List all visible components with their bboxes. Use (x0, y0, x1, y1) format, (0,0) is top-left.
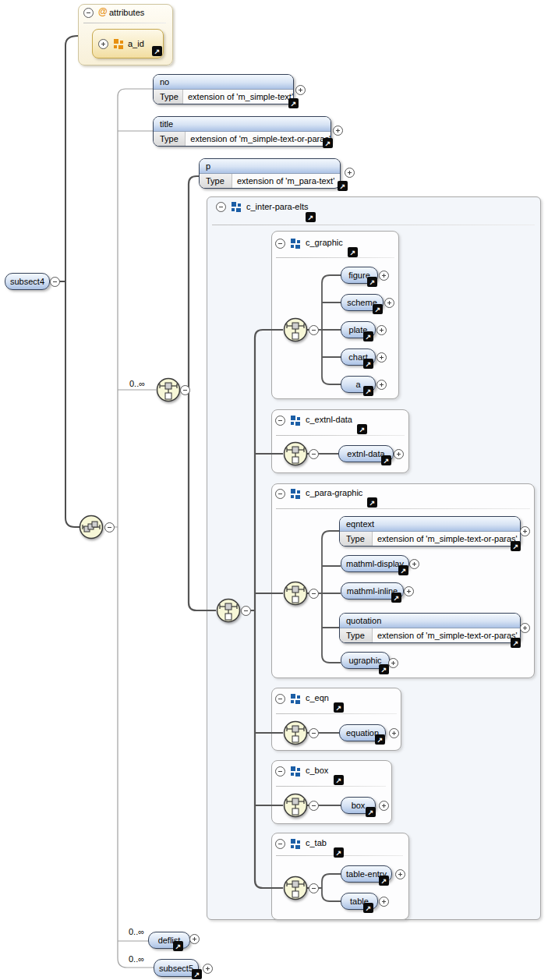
collapse-toggle[interactable] (241, 606, 251, 616)
link-reference-icon[interactable] (379, 876, 389, 886)
expand-toggle[interactable] (379, 271, 389, 281)
collapse-toggle[interactable] (275, 766, 285, 777)
expand-toggle[interactable] (520, 526, 530, 536)
link-reference-icon[interactable] (288, 98, 299, 108)
collapse-toggle[interactable] (309, 728, 319, 738)
collapse-toggle[interactable] (275, 416, 285, 426)
type-key: Type (340, 532, 373, 546)
link-reference-icon[interactable] (363, 903, 373, 913)
type-key: Type (154, 90, 183, 104)
link-reference-icon[interactable] (334, 847, 344, 858)
link-reference-icon[interactable] (334, 702, 344, 713)
link-reference-icon[interactable] (398, 565, 408, 575)
type-value: extension of 'm_simple-text-or-paras' (186, 132, 331, 146)
expand-toggle[interactable] (379, 801, 389, 811)
type-value: extension of 'm_simple-text-or-paras' (373, 628, 518, 642)
expand-toggle[interactable] (520, 623, 530, 633)
choice-compositor-icon (282, 440, 309, 467)
expand-toggle[interactable] (376, 325, 387, 335)
link-reference-icon[interactable] (192, 969, 202, 979)
expand-toggle[interactable] (189, 934, 200, 944)
group-icon (291, 488, 301, 499)
collapse-toggle[interactable] (50, 277, 60, 287)
choice-compositor-icon (155, 377, 182, 403)
group-label: c_extnl-data (306, 415, 352, 425)
attribute-icon (114, 38, 124, 49)
link-reference-icon[interactable] (363, 359, 373, 369)
group-icon (232, 201, 242, 212)
collapse-toggle[interactable] (309, 325, 319, 335)
expand-toggle[interactable] (379, 897, 389, 907)
expand-toggle[interactable] (384, 298, 394, 308)
element-quotation[interactable]: quotation Type extension of 'm_simple-te… (339, 613, 521, 643)
choice-compositor-icon (282, 792, 309, 819)
group-label: c_tab (306, 838, 327, 848)
type-key: Type (340, 628, 373, 642)
link-reference-icon[interactable] (511, 541, 521, 551)
link-reference-icon[interactable] (323, 138, 333, 148)
link-reference-icon[interactable] (375, 734, 385, 745)
link-reference-icon[interactable] (338, 181, 348, 191)
group-label: c_para-graphic (306, 488, 362, 498)
expand-toggle[interactable] (295, 85, 306, 95)
type-value: extension of 'm_para-text' (232, 174, 334, 188)
expand-toggle[interactable] (376, 352, 387, 363)
link-reference-icon[interactable] (367, 497, 377, 508)
group-label: c_eqn (306, 693, 329, 703)
link-reference-icon[interactable] (511, 638, 521, 648)
collapse-toggle[interactable] (275, 239, 285, 249)
expand-toggle[interactable] (389, 728, 399, 738)
collapse-toggle[interactable] (309, 883, 319, 893)
link-reference-icon[interactable] (373, 304, 383, 314)
link-reference-icon[interactable] (379, 664, 389, 674)
collapse-toggle[interactable] (309, 589, 319, 599)
expand-toggle[interactable] (395, 869, 405, 879)
expand-toggle[interactable] (376, 380, 387, 390)
element-eqntext[interactable]: eqntext Type extension of 'm_simple-text… (339, 516, 521, 547)
choice-compositor-icon (282, 720, 309, 746)
expand-toggle[interactable] (394, 449, 404, 459)
expand-toggle[interactable] (388, 658, 398, 668)
collapse-toggle[interactable] (275, 839, 285, 849)
collapse-toggle[interactable] (275, 489, 285, 499)
link-reference-icon[interactable] (348, 247, 358, 257)
element-name: no (154, 75, 293, 90)
group-label: c_graphic (306, 238, 343, 248)
link-reference-icon[interactable] (152, 46, 162, 56)
collapse-toggle[interactable] (104, 522, 115, 532)
attributes-panel-title: attributes (109, 8, 144, 18)
expand-toggle[interactable] (409, 559, 419, 569)
link-reference-icon[interactable] (357, 424, 367, 434)
element-deflist[interactable]: deflist (148, 932, 190, 949)
collapse-toggle[interactable] (275, 694, 285, 704)
element-p[interactable]: p Type extension of 'm_para-text' (199, 158, 341, 189)
choice-compositor-icon (282, 317, 309, 343)
collapse-toggle[interactable] (83, 8, 94, 18)
link-reference-icon[interactable] (173, 941, 183, 951)
choice-compositor-icon (215, 597, 242, 624)
link-reference-icon[interactable] (363, 331, 373, 341)
link-reference-icon[interactable] (334, 775, 344, 785)
group-label: c_box (306, 766, 328, 776)
link-reference-icon[interactable] (381, 455, 391, 465)
expand-toggle[interactable] (98, 39, 108, 49)
collapse-toggle[interactable] (180, 385, 190, 395)
element-no[interactable]: no Type extension of 'm_simple-text' (153, 74, 294, 104)
link-reference-icon[interactable] (366, 807, 376, 817)
collapse-toggle[interactable] (309, 801, 319, 811)
expand-toggle[interactable] (203, 964, 213, 974)
expand-toggle[interactable] (404, 586, 414, 596)
group-icon (291, 238, 301, 249)
element-name: p (200, 159, 340, 174)
link-reference-icon[interactable] (306, 212, 316, 222)
link-reference-icon[interactable] (363, 386, 373, 396)
collapse-toggle[interactable] (216, 202, 226, 212)
link-reference-icon[interactable] (391, 593, 401, 603)
link-reference-icon[interactable] (367, 277, 377, 287)
expand-toggle[interactable] (333, 126, 343, 136)
collapse-toggle[interactable] (309, 449, 319, 459)
expand-toggle[interactable] (345, 168, 355, 178)
type-value: extension of 'm_simple-text' (183, 90, 293, 104)
element-title[interactable]: title Type extension of 'm_simple-text-o… (153, 116, 331, 147)
element-subsect4[interactable]: subsect4 (5, 273, 50, 290)
